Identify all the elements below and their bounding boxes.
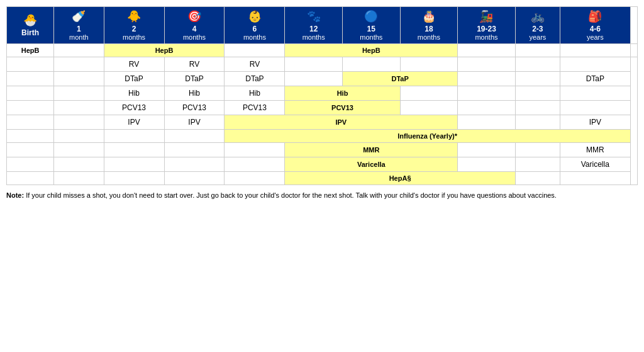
table-row: VaricellaVaricella: [7, 157, 638, 172]
cell: [458, 143, 516, 157]
cell: [458, 86, 516, 101]
cell-hib-12mo: Hib: [285, 86, 400, 101]
cell: [54, 130, 104, 143]
cell-ipv-6mo: IPV: [225, 115, 458, 130]
cell: [400, 101, 458, 115]
cell: [458, 115, 516, 130]
cell: [225, 157, 285, 172]
cell: [560, 44, 630, 57]
header-icon-19-23mo: 🚂: [459, 9, 514, 23]
cell: [225, 172, 285, 185]
header-icon-4mo: 🎯: [166, 9, 223, 23]
cell: [54, 44, 104, 57]
cell: [7, 57, 54, 72]
cell: [54, 115, 104, 130]
header-cell-6mo: 👶6months: [225, 7, 285, 44]
cell: [560, 57, 630, 72]
table-row: PCV13PCV13PCV13PCV13: [7, 101, 638, 115]
cell: [400, 86, 458, 101]
header-sublabel-18mo: months: [402, 33, 457, 41]
header-sublabel-12mo: months: [286, 33, 341, 41]
header-cell-2mo: 🐥2months: [104, 7, 164, 44]
header-icon-birth: 🐣: [8, 13, 52, 27]
cell-mmr-12mo: MMR: [285, 143, 458, 157]
cell: IPV: [164, 115, 225, 130]
header-label-1mo: 1: [55, 25, 102, 33]
cell: [164, 157, 225, 172]
cell-influenza: Influenza (Yearly)*: [225, 130, 630, 143]
header-label-6mo: 6: [226, 25, 283, 33]
cell: [225, 143, 285, 157]
header-label-birth: Birth: [8, 28, 52, 37]
header-cell-2-3yr: 🚲2-3years: [515, 7, 560, 44]
header-label-4mo: 4: [166, 25, 223, 33]
header-icon-12mo: 🐾: [286, 9, 341, 23]
cell: [54, 101, 104, 115]
cell: [54, 143, 104, 157]
cell: [7, 72, 54, 86]
cell: [630, 44, 637, 57]
cell: MMR: [560, 143, 630, 157]
header-sublabel-1mo: month: [55, 33, 102, 41]
cell: [458, 157, 516, 172]
cell: [164, 130, 225, 143]
header-cell-19-23mo: 🚂19-23months: [458, 7, 516, 44]
header-icon-6mo: 👶: [226, 9, 283, 23]
cell: [7, 172, 54, 185]
cell-dtap-15mo: DTaP: [343, 72, 458, 86]
cell: [104, 130, 164, 143]
header-icon-18mo: 🎂: [402, 9, 457, 23]
cell: [7, 115, 54, 130]
cell: [560, 86, 630, 101]
table-row: RVRVRV: [7, 57, 638, 72]
cell: [515, 143, 560, 157]
header-cell-4-6yr: 🎒4-6years: [560, 7, 630, 44]
header-label-19-23mo: 19-23: [459, 25, 514, 33]
header-cell-18mo: 🎂18months: [400, 7, 458, 44]
cell: [104, 157, 164, 172]
header-icon-15mo: 🔵: [344, 9, 399, 23]
cell: [54, 172, 104, 185]
cell: [458, 101, 516, 115]
cell: RV: [104, 57, 164, 72]
cell: [7, 101, 54, 115]
header-sublabel-19-23mo: months: [459, 33, 514, 41]
cell-hepb-6mo: HepB: [285, 44, 458, 57]
table-row: HepA§: [7, 172, 638, 185]
header-label-2-3yr: 2-3: [517, 25, 558, 33]
cell: [54, 86, 104, 101]
cell-varicella-12mo: Varicella: [285, 157, 458, 172]
cell: [515, 172, 560, 185]
cell: Hib: [164, 86, 225, 101]
header-icon-4-6yr: 🎒: [562, 9, 629, 23]
cell: [104, 143, 164, 157]
cell: [515, 72, 560, 86]
header-cell-15mo: 🔵15months: [343, 7, 401, 44]
cell: [7, 130, 54, 143]
cell: DTaP: [104, 72, 164, 86]
cell: [400, 57, 458, 72]
cell: [164, 172, 225, 185]
cell: [458, 72, 516, 86]
header-sublabel-2-3yr: years: [517, 33, 558, 41]
cell: [515, 44, 560, 57]
header-cell-1mo: 🍼1month: [54, 7, 104, 44]
cell: IPV: [104, 115, 164, 130]
cell: [225, 44, 285, 57]
cell: [54, 72, 104, 86]
cell: [285, 72, 343, 86]
row-label-hepb: HepB: [7, 44, 54, 57]
header-icon-2mo: 🐥: [106, 9, 163, 23]
cell: RV: [164, 57, 225, 72]
cell: [7, 157, 54, 172]
cell: RV: [225, 57, 285, 72]
cell: PCV13: [104, 101, 164, 115]
header-label-12mo: 12: [286, 25, 341, 33]
cell: [515, 57, 560, 72]
header-label-15mo: 15: [344, 25, 399, 33]
cell: DTaP: [560, 72, 630, 86]
header-icon-1mo: 🍼: [55, 9, 102, 23]
cell: PCV13: [225, 101, 285, 115]
cell: [285, 57, 343, 72]
header-cell-birth: 🐣Birth: [7, 7, 54, 44]
